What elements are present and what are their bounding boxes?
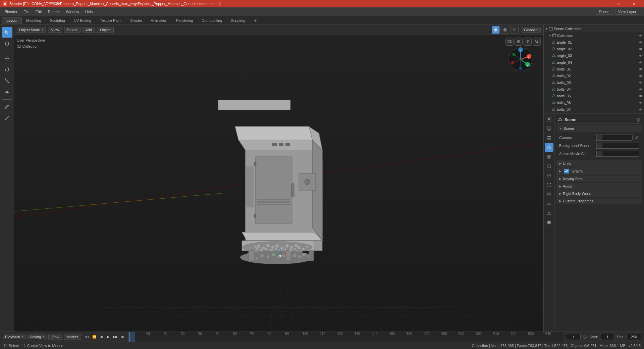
grab-icon[interactable]: [524, 38, 532, 46]
tab-rendering[interactable]: Rendering: [172, 17, 198, 24]
active-clip-value[interactable]: [595, 151, 639, 157]
menu-edit[interactable]: Edit: [33, 9, 45, 14]
outliner-item-bolts_01[interactable]: bolts_01: [544, 66, 644, 72]
viewport-gizmo[interactable]: X Y Z: [508, 47, 533, 72]
tool-transform[interactable]: [2, 87, 12, 98]
maximize-button[interactable]: □: [611, 0, 626, 7]
frame-end-input[interactable]: [627, 334, 641, 340]
outliner-item-bolts_07[interactable]: bolts_07: [544, 106, 644, 113]
viewport-shading-render[interactable]: [511, 26, 519, 34]
minimize-button[interactable]: –: [596, 0, 610, 7]
tool-scale[interactable]: [2, 76, 12, 86]
prop-tab-scene[interactable]: [545, 143, 553, 152]
rigid-body-world-header[interactable]: ▶ Rigid Body World: [556, 190, 642, 197]
prop-tab-render[interactable]: [545, 115, 553, 123]
tab-animation[interactable]: Animation: [147, 17, 172, 24]
tab-add[interactable]: +: [250, 16, 261, 24]
outliner-item-collection[interactable]: ▼ Collection: [544, 32, 644, 39]
tab-compositing[interactable]: Compositing: [197, 17, 226, 24]
tab-shader[interactable]: Shader: [126, 17, 146, 24]
current-frame-input[interactable]: [566, 334, 581, 340]
frame-start-input[interactable]: [600, 334, 615, 340]
outliner-item-bolts_04[interactable]: bolts_04: [544, 86, 644, 93]
eye-icon[interactable]: [639, 60, 643, 64]
eye-icon-collection[interactable]: [639, 34, 643, 38]
bg-scene-value[interactable]: [595, 143, 639, 149]
menu-help[interactable]: Help: [83, 9, 96, 14]
tool-rotate[interactable]: [2, 64, 12, 75]
tl-jump-end[interactable]: ⏭: [119, 334, 126, 340]
menu-file[interactable]: File: [21, 9, 32, 14]
outliner-item-scene-collection[interactable]: ▼ Scene Collection: [544, 26, 644, 32]
tl-play[interactable]: ▶: [105, 334, 112, 340]
global-local-toggle[interactable]: Global ▼: [522, 27, 541, 33]
viewport-shading-solid[interactable]: [492, 26, 500, 34]
view-menu[interactable]: View: [48, 27, 62, 33]
eye-icon[interactable]: [639, 87, 643, 91]
object-menu[interactable]: Object: [97, 27, 114, 33]
scene-section-header[interactable]: ▼ Scene: [556, 125, 642, 132]
prop-tab-material[interactable]: [545, 218, 553, 227]
close-button[interactable]: ✕: [627, 0, 641, 7]
eye-icon[interactable]: [639, 107, 643, 111]
eye-icon[interactable]: [639, 54, 643, 58]
outliner-item-bolts_02[interactable]: bolts_02: [544, 72, 644, 79]
outliner-item-angle_01[interactable]: angle_01: [544, 39, 644, 46]
eye-icon[interactable]: [639, 47, 643, 51]
keying-sets-header[interactable]: ▶ Keying Sets: [556, 176, 642, 182]
scene-icon[interactable]: [515, 38, 523, 46]
eye-icon[interactable]: [639, 40, 643, 44]
viewport-3d[interactable]: Object Mode ▼ View Select Add Object Glo…: [14, 25, 543, 339]
custom-properties-header[interactable]: ▶ Custom Properties: [556, 198, 642, 204]
prop-tab-physics[interactable]: [545, 190, 553, 199]
scene-area[interactable]: User Perspective (1) Collection X: [14, 35, 543, 339]
select-menu[interactable]: Select: [64, 27, 80, 33]
eye-icon[interactable]: [639, 74, 643, 78]
scene-selector[interactable]: Scene: [596, 9, 612, 15]
tool-annotate[interactable]: [2, 101, 12, 112]
tab-modeling[interactable]: Modeling: [22, 17, 46, 24]
tool-measure[interactable]: [2, 113, 12, 123]
keying-dropdown[interactable]: Keying ▼: [28, 335, 47, 339]
tl-next-frame[interactable]: ▶▶: [112, 334, 119, 340]
audio-section-header[interactable]: ▶ Audio: [556, 183, 642, 190]
outliner-item-angle_02[interactable]: angle_02: [544, 46, 644, 52]
tl-view-btn[interactable]: View: [48, 334, 62, 340]
mode-selector[interactable]: Object Mode ▼: [17, 27, 46, 33]
menu-blender[interactable]: Blender: [2, 9, 20, 14]
prop-tab-modifier[interactable]: [545, 171, 553, 180]
prop-tab-output[interactable]: [545, 124, 553, 133]
tool-cursor[interactable]: [2, 38, 12, 49]
view-layer-selector[interactable]: View Layer: [615, 9, 639, 15]
gravity-checkbox[interactable]: [564, 169, 569, 173]
tool-move[interactable]: [2, 53, 12, 63]
eye-icon[interactable]: [639, 81, 643, 85]
prop-tab-object[interactable]: [545, 162, 553, 170]
playback-dropdown[interactable]: Playback ▼: [3, 335, 26, 339]
prop-tab-constraints[interactable]: [545, 199, 553, 208]
prop-tab-data[interactable]: [545, 209, 553, 217]
tab-uv-editing[interactable]: UV Editing: [69, 17, 96, 24]
outliner-item-bolts_03[interactable]: bolts_03: [544, 79, 644, 86]
viewport-shading-material[interactable]: [501, 26, 509, 34]
prop-tab-particles[interactable]: [545, 181, 553, 189]
menu-window[interactable]: Window: [63, 9, 82, 14]
tool-select[interactable]: [2, 27, 12, 38]
outliner-item-angle_03[interactable]: angle_03: [544, 52, 644, 59]
eye-icon[interactable]: [639, 94, 643, 98]
prop-tab-world[interactable]: [545, 152, 553, 161]
tl-jump-start[interactable]: ⏮: [84, 334, 91, 340]
add-menu[interactable]: Add: [83, 27, 95, 33]
outliner-item-bolts_05[interactable]: bolts_05: [544, 93, 644, 99]
tab-layout[interactable]: Layout: [2, 17, 22, 24]
timeline-ruler[interactable]: 1020304050607080901001101201301401501601…: [128, 332, 563, 342]
eye-icon[interactable]: [639, 67, 643, 71]
search-viewport-icon[interactable]: [533, 38, 541, 46]
prop-tab-view-layer[interactable]: [545, 134, 553, 142]
tl-prev-key[interactable]: ⏪: [91, 334, 98, 340]
units-section-header[interactable]: ▶ Units: [556, 160, 642, 167]
zoom-camera-icon[interactable]: [505, 38, 514, 46]
outliner-item-angle_04[interactable]: angle_04: [544, 59, 644, 66]
eye-icon[interactable]: [639, 101, 643, 105]
tl-marker-btn[interactable]: Marker: [64, 334, 81, 340]
